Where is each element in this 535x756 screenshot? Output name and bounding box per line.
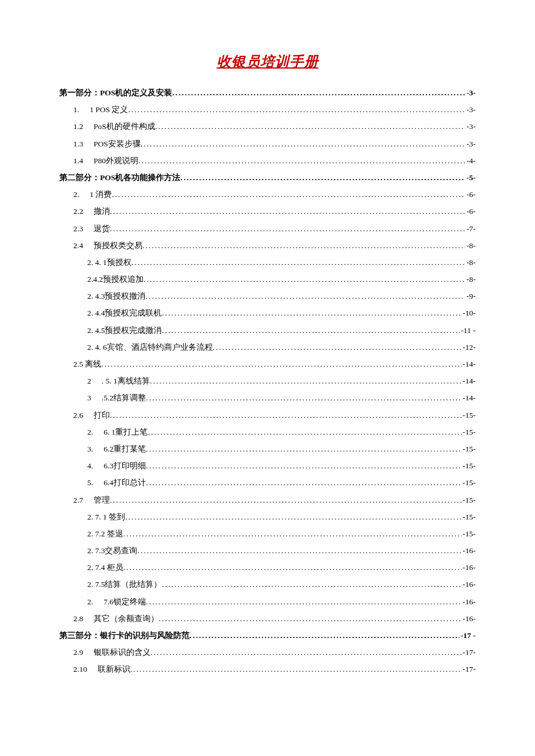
toc-leader-dots xyxy=(101,360,461,369)
toc-leader-dots xyxy=(144,275,465,284)
toc-entry: 2. 4.4预授权完成联机-10- xyxy=(59,309,476,318)
toc-entry-text: 联新标识 xyxy=(98,665,130,674)
toc-entry-page: -16- xyxy=(462,563,476,572)
toc-leader-dots xyxy=(162,309,461,318)
toc-entry-text: 预授权类交易 xyxy=(94,241,142,250)
toc-entry-number: 2 xyxy=(87,377,91,386)
toc-entry: 2. 4. 1预授权-8- xyxy=(59,258,476,267)
toc-entry-page: -17- xyxy=(462,665,476,674)
toc-entry-number: 2.10 xyxy=(73,665,87,674)
toc-entry: 2.3退货-7- xyxy=(59,224,476,234)
toc-entry-page: -6- xyxy=(465,190,476,199)
toc-entry-text: 2. 7. 1 签到 xyxy=(87,513,125,522)
toc-entry-page: -14- xyxy=(462,360,476,369)
toc-entry-text: . 5. 1离线结算 xyxy=(102,377,150,386)
toc-entry-number: 2. xyxy=(87,597,93,607)
toc-entry: 2. 7.4 柜员-16- xyxy=(59,563,476,572)
toc-leader-dots xyxy=(123,529,462,539)
toc-entry-number: 2.3 xyxy=(73,224,83,234)
toc-entry-page: -15- xyxy=(462,411,476,420)
toc-entry-text: 管理 xyxy=(94,496,110,505)
toc-leader-dots xyxy=(146,393,462,403)
toc-entry: 2.4预授权类交易-8- xyxy=(59,241,476,250)
toc-leader-dots xyxy=(146,461,462,471)
toc-entry: 2.9银联标识的含义-17- xyxy=(59,648,476,657)
toc-entry-page: -15- xyxy=(462,513,476,522)
toc-entry-page: -3- xyxy=(465,105,476,114)
toc-leader-dots xyxy=(146,478,462,488)
toc-entry-text: 退货 xyxy=(94,224,110,234)
toc-entry: 2.10联新标识-17- xyxy=(59,665,476,674)
toc-leader-dots xyxy=(141,139,466,149)
toc-entry-page: -16- xyxy=(462,580,476,589)
toc-entry-page: -8- xyxy=(465,241,476,250)
toc-leader-dots xyxy=(131,258,466,267)
table-of-contents: 第一部分：POS机的定义及安装-3-1.1 POS 定义-3-1.2PoS机的硬… xyxy=(59,88,476,675)
toc-entry: 1.3POS安装步骤-3- xyxy=(59,139,476,149)
toc-entry-text: 1 POS 定义 xyxy=(90,105,128,114)
toc-entry-number: 2. xyxy=(73,190,79,199)
toc-entry-page: -16- xyxy=(462,546,476,556)
toc-entry-page: -17- xyxy=(462,648,476,657)
toc-entry-text: P80外观说明 xyxy=(94,156,138,166)
toc-entry-text: 2. 7.2 签退 xyxy=(87,529,123,539)
toc-entry-number: 2. xyxy=(87,428,93,437)
toc-entry-page: -11 - xyxy=(460,326,476,335)
toc-entry-number: 3. xyxy=(87,445,93,454)
toc-entry-text: 6. 1重打上笔 xyxy=(104,428,148,437)
toc-entry: 4.6.3打印明细-15- xyxy=(59,461,476,471)
toc-entry-text: 6.4打印总计 xyxy=(104,478,146,488)
toc-entry: 5.6.4打印总计-15- xyxy=(59,478,476,488)
toc-leader-dots xyxy=(213,343,462,352)
toc-entry-text: 打印 xyxy=(94,411,110,420)
toc-entry-page: -15- xyxy=(462,478,476,488)
toc-leader-dots xyxy=(146,445,462,454)
toc-entry: 2.5 离线-14- xyxy=(59,360,476,369)
toc-leader-dots xyxy=(180,173,465,182)
toc-entry-page: -15- xyxy=(462,428,476,437)
toc-entry-text: 2.5 离线 xyxy=(73,360,101,369)
toc-entry-page: -8- xyxy=(465,258,476,267)
toc-entry-text: 撤消 xyxy=(94,207,110,216)
toc-leader-dots xyxy=(145,292,465,301)
toc-entry: 2.2撤消-6- xyxy=(59,207,476,216)
toc-entry-page: -14- xyxy=(462,377,476,386)
toc-entry-number: 1.3 xyxy=(73,139,83,149)
toc-entry-text: 2. 7.5结算（批结算） xyxy=(87,580,162,589)
toc-entry-page: -16- xyxy=(462,614,476,624)
toc-leader-dots xyxy=(146,597,462,607)
toc-leader-dots xyxy=(110,224,465,234)
toc-entry-page: -9- xyxy=(465,292,476,301)
toc-entry: 2.7.6锁定终端-16- xyxy=(59,597,476,607)
toc-entry-number: 5. xyxy=(87,478,93,488)
toc-entry-page: -15- xyxy=(462,496,476,505)
toc-entry: 1.1 POS 定义-3- xyxy=(59,105,476,114)
toc-entry-text: 2. 7.3交易查询 xyxy=(87,546,137,556)
toc-leader-dots xyxy=(123,563,462,572)
toc-entry: 3.5.2结算调整-14- xyxy=(59,393,476,403)
toc-entry: 1.4P80外观说明-4- xyxy=(59,156,476,166)
toc-entry-text: 2. 4.5预授权完成撤消 xyxy=(87,326,162,335)
toc-entry-text: 6.3打印明细 xyxy=(104,461,146,471)
toc-leader-dots xyxy=(151,648,462,657)
toc-entry-page: -17 - xyxy=(459,631,476,640)
toc-entry-page: -15- xyxy=(462,445,476,454)
toc-leader-dots xyxy=(150,377,462,386)
toc-entry-page: -5- xyxy=(465,173,476,182)
toc-leader-dots xyxy=(142,241,465,250)
toc-leader-dots xyxy=(162,326,459,335)
toc-entry-text: 2.4.2预授权追加 xyxy=(87,275,144,284)
toc-entry: 2.6打印-15- xyxy=(59,411,476,420)
toc-entry: 2. 4.5预授权完成撤消-11 - xyxy=(59,326,476,335)
toc-entry-text: 2. 4. 1预授权 xyxy=(87,258,131,267)
toc-leader-dots xyxy=(162,580,461,589)
toc-entry-number: 3 xyxy=(87,393,91,403)
toc-entry-number: 2.8 xyxy=(73,614,83,624)
toc-entry-page: -15- xyxy=(462,529,476,539)
toc-entry-number: 2.7 xyxy=(73,496,83,505)
toc-entry-page: -16- xyxy=(462,597,476,607)
toc-entry-text: 第一部分：POS机的定义及安装 xyxy=(59,88,172,98)
toc-leader-dots xyxy=(190,631,459,640)
toc-entry: 2.7管理-15- xyxy=(59,496,476,505)
toc-entry-text: 2. 4.4预授权完成联机 xyxy=(87,309,162,318)
